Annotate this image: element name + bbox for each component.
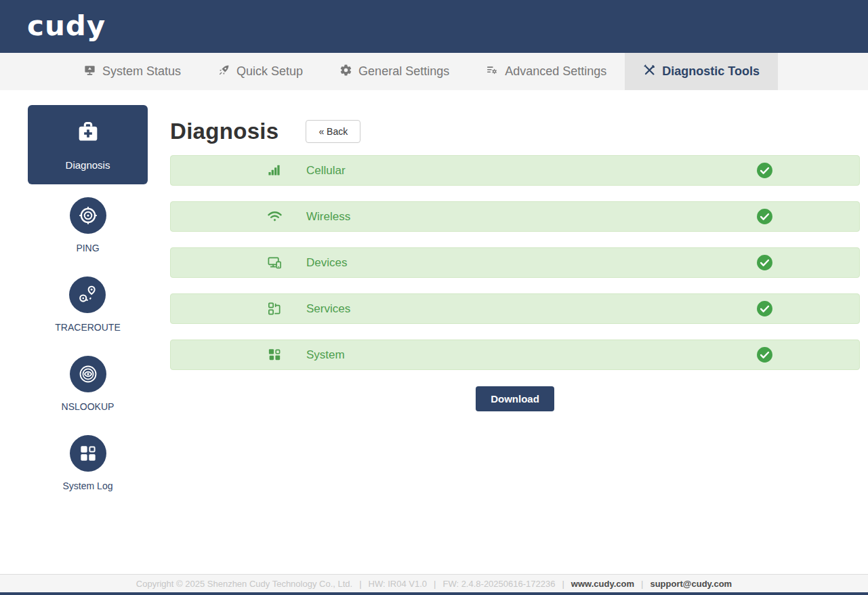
diagnosis-row-services[interactable]: Services [170,293,860,324]
footer-separator: | [434,579,436,589]
signal-bars-icon [267,163,283,178]
tab-quick-setup[interactable]: Quick Setup [199,53,321,90]
row-label: Services [306,302,756,316]
system-status-icon [83,64,96,80]
support-email-link[interactable]: support@cudy.com [650,579,732,589]
diagnostic-tools-icon [643,64,656,80]
quick-setup-icon [218,64,230,80]
check-circle-icon [756,254,773,271]
hardware-version: HW: IR04 V1.0 [369,579,427,589]
copyright-text: Copyright © 2025 Shenzhen Cudy Technolog… [136,579,352,589]
nav-label: System Status [102,64,181,79]
nav-label: General Settings [358,64,449,79]
check-circle-icon [756,162,773,179]
general-settings-icon [339,64,352,80]
diagnosis-panel: Diagnosis « Back Cellular Wireless [169,90,868,574]
footer-separator: | [359,579,361,589]
tab-diagnostic-tools[interactable]: Diagnostic Tools [625,53,778,90]
check-circle-icon [756,346,773,363]
row-label: Devices [306,256,756,270]
system-grid-icon [267,347,283,363]
sidebar-item-label: Diagnosis [66,159,110,171]
sidebar-item-ping[interactable]: PING [70,197,106,253]
sidebar-item-label: System Log [63,480,113,491]
first-aid-kit-icon [75,119,102,148]
sidebar-item-label: TRACEROUTE [55,322,120,333]
row-label: Cellular [306,164,756,178]
diagnosis-row-devices[interactable]: Devices [170,247,860,278]
nav-label: Quick Setup [236,64,303,79]
content-area: Diagnosis PING TRACEROUTE NSLOOKUP [0,90,868,574]
tab-system-status[interactable]: System Status [65,53,199,90]
page-title: Diagnosis [170,119,278,144]
nav-label: Diagnostic Tools [662,64,760,79]
website-link[interactable]: www.cudy.com [571,579,634,589]
diagnosis-row-wireless[interactable]: Wireless [170,201,860,232]
tab-advanced-settings[interactable]: Advanced Settings [468,53,625,90]
grid-icon [70,435,106,472]
diagnosis-row-cellular[interactable]: Cellular [170,155,860,186]
back-button[interactable]: « Back [306,120,360,143]
cudy-logo: cudy [27,13,106,40]
page-footer: Copyright © 2025 Shenzhen Cudy Technolog… [0,574,868,595]
row-label: System [306,348,756,362]
wifi-icon [267,209,283,224]
firmware-version: FW: 2.4.8-20250616-172236 [442,579,555,589]
sidebar-item-label: NSLOOKUP [62,401,115,412]
nav-label: Advanced Settings [505,64,606,79]
main-nav: System Status Quick Setup General Settin… [0,53,868,90]
tab-general-settings[interactable]: General Settings [321,53,468,90]
sidebar-item-label: PING [76,243,99,253]
check-circle-icon [756,300,773,317]
sidebar-item-system-log[interactable]: System Log [63,435,113,491]
footer-accent-strip [0,592,868,595]
footer-separator: | [641,579,643,589]
tools-sidebar: Diagnosis PING TRACEROUTE NSLOOKUP [0,90,169,574]
advanced-settings-icon [486,64,499,80]
target-icon [70,197,106,234]
services-icon [267,301,283,316]
sidebar-item-nslookup[interactable]: NSLOOKUP [62,356,115,412]
sidebar-item-traceroute[interactable]: TRACEROUTE [55,276,120,333]
row-label: Wireless [306,210,756,224]
route-pin-icon [69,276,106,313]
download-button[interactable]: Download [476,386,554,411]
footer-separator: | [562,579,564,589]
devices-icon [267,255,283,270]
check-circle-icon [756,208,773,225]
app-header: cudy [0,0,868,53]
eye-scan-icon [70,356,106,392]
sidebar-item-diagnosis[interactable]: Diagnosis [28,105,148,184]
diagnosis-row-system[interactable]: System [170,340,860,370]
